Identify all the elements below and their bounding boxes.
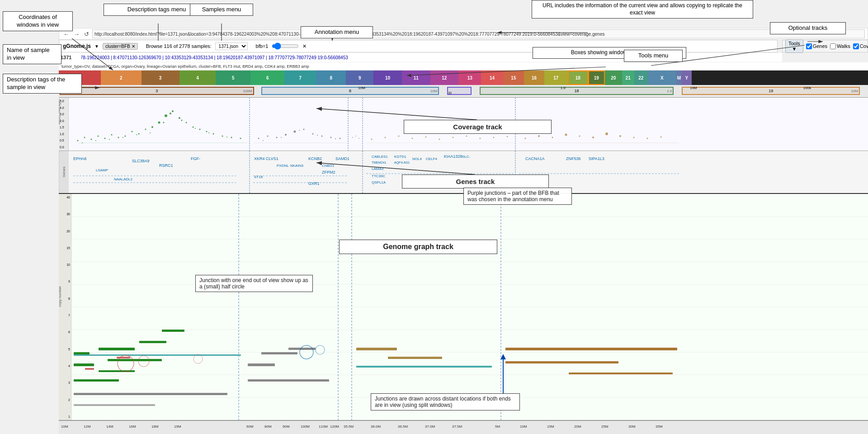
ruler-svg: 10M 12M 14M 16M 18M 19M 60M 80M 90M 100M… [59, 421, 868, 434]
svg-point-86 [552, 137, 553, 138]
svg-text:XKR4 CLVS1: XKR4 CLVS1 [254, 156, 278, 161]
window-box-3[interactable]: 3 100M [60, 87, 254, 95]
svg-text:PXDNL: PXDNL [277, 164, 289, 168]
svg-rect-158 [74, 404, 155, 406]
svg-rect-165 [388, 357, 442, 359]
tools-button[interactable]: Tools ▼ [785, 39, 803, 53]
chrom-19[interactable]: 19 [588, 71, 605, 85]
svg-text:20M: 20M [574, 425, 581, 429]
chrom-15[interactable]: 15 [503, 71, 524, 85]
chrom-18[interactable]: 18 [568, 71, 588, 85]
nav-bar: ← → ↺ [59, 28, 868, 40]
svg-point-33 [222, 136, 223, 137]
svg-point-45 [195, 128, 196, 129]
svg-text:10M: 10M [520, 425, 527, 429]
sample-select[interactable]: 1371.json [215, 42, 248, 50]
svg-point-34 [231, 137, 232, 138]
chrom-9[interactable]: 9 [346, 71, 373, 85]
callout-coverage-track: Coverage track [404, 120, 552, 134]
coverage-checkbox-label[interactable]: Coverage [853, 43, 868, 49]
chrom-5[interactable]: 5 [216, 71, 250, 85]
svg-point-94 [660, 137, 662, 138]
svg-point-30 [199, 129, 201, 130]
coords-text: 3:94784378-196224003 | 8:47071130-126369… [61, 55, 348, 60]
chrom-12[interactable]: 12 [430, 71, 459, 85]
url-input[interactable] [92, 29, 865, 38]
svg-point-41 [150, 132, 151, 133]
svg-point-50 [258, 138, 259, 139]
callout-junction-halfcircle: Junction with one end out of view show u… [195, 275, 313, 292]
svg-point-55 [303, 129, 305, 130]
genes-checkbox-label[interactable]: Genes [806, 43, 827, 49]
svg-text:AQP4-AS1: AQP4-AS1 [394, 161, 410, 165]
chrom-13[interactable]: 13 [458, 71, 481, 85]
svg-text:90M: 90M [283, 425, 290, 429]
chrom-6[interactable]: 6 [250, 71, 284, 85]
chrom-14[interactable]: 14 [481, 71, 503, 85]
chrom-y[interactable]: Y [682, 71, 691, 85]
chrom-7[interactable]: 7 [284, 71, 316, 85]
coverage-checkbox[interactable] [853, 43, 859, 49]
genes-y-label: Genes [59, 151, 69, 193]
svg-rect-161 [261, 352, 297, 354]
svg-point-93 [647, 138, 648, 139]
svg-text:SAMD1: SAMD1 [335, 156, 349, 161]
svg-point-15 [98, 136, 99, 137]
window-box-10[interactable]: 10 [447, 87, 472, 95]
refresh-button[interactable]: ↺ [83, 31, 90, 38]
svg-rect-167 [505, 348, 677, 350]
svg-text:TTC39C: TTC39C [372, 174, 385, 178]
back-button[interactable]: ← [62, 31, 71, 38]
chrom-m[interactable]: M [676, 71, 682, 85]
bottom-ruler: 10M 12M 14M 16M 18M 19M 60M 80M 90M 100M… [59, 420, 868, 434]
walks-checkbox[interactable] [830, 43, 836, 49]
svg-point-29 [193, 127, 194, 128]
callout-samples-menu: Samples menu [190, 4, 253, 16]
bfb-close[interactable]: ✕ [302, 43, 307, 49]
chrom-4[interactable]: 4 [179, 71, 216, 85]
bfb-slider[interactable] [272, 42, 299, 50]
svg-point-20 [132, 131, 133, 132]
scale-label-2: 10M [358, 86, 365, 90]
chrom-x[interactable]: X [648, 71, 676, 85]
coverage-y-label: log2(Coverage) [59, 99, 61, 124]
cluster-chip[interactable]: cluster=BFB ✕ [103, 43, 138, 50]
svg-rect-153 [74, 379, 119, 382]
svg-point-89 [592, 137, 594, 138]
chip-close[interactable]: ✕ [132, 44, 135, 49]
svg-rect-159 [74, 354, 241, 356]
svg-rect-152 [162, 330, 184, 332]
window-box-18[interactable]: 18 1.0 [480, 87, 674, 95]
svg-point-24 [158, 122, 160, 124]
chrom-17[interactable]: 17 [544, 71, 568, 85]
chrom-2[interactable]: 2 [101, 71, 142, 85]
svg-point-25 [165, 114, 167, 117]
svg-point-14 [91, 139, 92, 140]
svg-rect-169 [569, 373, 673, 374]
svg-text:NOL4: NOL4 [412, 157, 422, 161]
chrom-20[interactable]: 20 [605, 71, 622, 85]
svg-text:19M: 19M [174, 425, 181, 429]
svg-text:80M: 80M [264, 425, 272, 429]
chrom-10[interactable]: 10 [373, 71, 402, 85]
chrom-8[interactable]: 8 [316, 71, 346, 85]
chrom-22[interactable]: 22 [634, 71, 648, 85]
svg-point-81 [507, 136, 508, 137]
scale-label-4: 10M [690, 86, 697, 90]
chrom-16[interactable]: 16 [524, 71, 544, 85]
svg-text:110M: 110M [319, 425, 328, 429]
genes-checkbox[interactable] [806, 43, 812, 49]
callout-annotation-menu: Annotation menu [301, 26, 373, 38]
svg-point-26 [172, 110, 174, 112]
forward-button[interactable]: → [72, 31, 81, 38]
walks-checkbox-label[interactable]: Walks [830, 43, 850, 49]
svg-point-68 [355, 136, 356, 137]
window-box-8[interactable]: 8 10M [261, 87, 439, 95]
svg-text:GXR1: GXR1 [308, 181, 320, 186]
window-box-19[interactable]: 19 10M [682, 87, 860, 95]
chrom-21[interactable]: 21 [622, 71, 634, 85]
svg-point-23 [151, 126, 153, 128]
chrom-3[interactable]: 3 [142, 71, 179, 85]
chrom-11[interactable]: 11 [402, 71, 430, 85]
svg-text:ZNF536: ZNF536 [566, 156, 581, 161]
